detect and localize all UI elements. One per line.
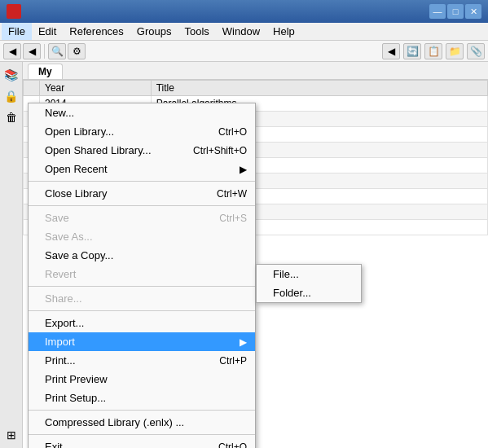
menu-item-shortcut: Ctrl+Shift+O <box>193 145 247 156</box>
submenu-item-label: Folder... <box>273 287 311 299</box>
menu-item-shortcut: Ctrl+W <box>217 188 247 200</box>
menu-groups[interactable]: Groups <box>130 23 178 40</box>
menu-item-shortcut: Ctrl+P <box>219 355 247 367</box>
import-submenu[interactable]: File...Folder... <box>256 264 362 303</box>
menu-tools[interactable]: Tools <box>178 23 215 40</box>
minimize-button[interactable]: — <box>429 4 446 19</box>
toolbar-nav4[interactable]: 📁 <box>446 43 464 59</box>
col-title[interactable]: Title <box>151 81 487 96</box>
toolbar-nav3[interactable]: 📋 <box>424 43 442 59</box>
menu-item-label: Exit <box>45 441 63 448</box>
close-button[interactable]: ✕ <box>465 4 481 19</box>
toolbar-separator <box>44 44 45 59</box>
menu-item-label: Save <box>45 212 69 224</box>
menu-file[interactable]: File <box>2 23 32 40</box>
menu-separator <box>29 181 255 182</box>
file-menu-item-import[interactable]: Import▶ <box>29 332 255 351</box>
menu-separator <box>29 286 255 287</box>
menu-item-label: Open Library... <box>45 125 114 138</box>
sidebar-icon-1[interactable]: 📚 <box>2 65 21 85</box>
file-menu[interactable]: New...Open Library...Ctrl+OOpen Shared L… <box>28 103 256 448</box>
menu-item-label: Export... <box>45 317 84 329</box>
menu-item-label: Revert <box>45 268 76 280</box>
toolbar: ◀ ◀ 🔍 ⚙ ◀ 🔄 📋 📁 📎 <box>0 41 488 62</box>
file-menu-item-new---[interactable]: New... <box>29 103 255 122</box>
file-menu-item-export---[interactable]: Export... <box>29 314 255 332</box>
menu-help[interactable]: Help <box>266 23 301 40</box>
import-submenu-item-folder[interactable]: Folder... <box>257 283 361 302</box>
sidebar-icon-3[interactable]: 🗑 <box>2 108 21 127</box>
app-logo <box>7 4 21 19</box>
file-menu-item-print-setup---[interactable]: Print Setup... <box>29 389 255 407</box>
file-menu-item-exit[interactable]: ExitCtrl+Q <box>29 437 255 448</box>
menu-item-label: Open Shared Library... <box>45 144 152 156</box>
title-bar-controls: — □ ✕ <box>429 4 481 19</box>
file-menu-item-close-library[interactable]: Close LibraryCtrl+W <box>29 184 255 203</box>
menu-item-label: Print Preview <box>45 373 108 385</box>
menu-window[interactable]: Window <box>216 23 266 40</box>
menu-item-label: New... <box>45 107 74 119</box>
menu-item-label: Save a Copy... <box>45 249 113 261</box>
menu-separator <box>29 434 255 435</box>
menu-references[interactable]: References <box>63 23 130 40</box>
toolbar-settings-btn[interactable]: ⚙ <box>68 43 86 59</box>
menu-item-label: Close Library <box>45 187 108 200</box>
maximize-button[interactable]: □ <box>447 4 464 19</box>
toolbar-back-btn[interactable]: ◀ <box>3 43 21 59</box>
title-bar: — □ ✕ <box>0 0 488 23</box>
menu-item-shortcut: Ctrl+O <box>218 126 247 138</box>
menu-item-shortcut: Ctrl+S <box>219 213 247 224</box>
file-menu-item-open-shared-library---[interactable]: Open Shared Library...Ctrl+Shift+O <box>29 141 255 160</box>
menu-item-label: Compressed Library (.enlx) ... <box>45 416 184 428</box>
toolbar-nav1[interactable]: ◀ <box>382 43 400 59</box>
submenu-arrow-icon: ▶ <box>240 336 247 348</box>
file-menu-item-print---[interactable]: Print...Ctrl+P <box>29 351 255 370</box>
file-menu-item-print-preview[interactable]: Print Preview <box>29 370 255 389</box>
file-menu-item-open-recent[interactable]: Open Recent▶ <box>29 160 255 178</box>
toolbar-nav5[interactable]: 📎 <box>467 43 485 59</box>
file-menu-item-save-as---: Save As... <box>29 227 255 246</box>
toolbar-nav2[interactable]: 🔄 <box>403 43 421 59</box>
toolbar-nav-btn[interactable]: ◀ <box>23 43 41 59</box>
file-menu-item-open-library---[interactable]: Open Library...Ctrl+O <box>29 122 255 141</box>
menu-item-label: Open Recent <box>45 163 108 175</box>
file-menu-item-share---: Share... <box>29 289 255 308</box>
menu-separator <box>29 310 255 311</box>
import-submenu-item-file[interactable]: File... <box>257 265 361 283</box>
menu-edit[interactable]: Edit <box>32 23 63 40</box>
tab-bar: My <box>23 62 488 80</box>
file-menu-item-revert: Revert <box>29 265 255 283</box>
menu-item-label: Print Setup... <box>45 392 106 404</box>
toolbar-search-btn[interactable]: 🔍 <box>48 43 66 59</box>
menu-item-label: Import <box>45 336 75 348</box>
submenu-item-label: File... <box>273 268 299 280</box>
sidebar: 📚 🔒 🗑 ⊞ <box>0 62 23 448</box>
col-year[interactable]: Year <box>40 81 152 96</box>
tab-library[interactable]: My <box>28 64 63 79</box>
submenu-arrow-icon: ▶ <box>240 164 247 175</box>
col-num <box>24 81 40 96</box>
menu-bar: File Edit References Groups Tools Window… <box>0 23 488 41</box>
menu-separator <box>29 205 255 206</box>
file-menu-item-compressed-library---enlx-----[interactable]: Compressed Library (.enlx) ... <box>29 413 255 432</box>
file-menu-item-save: SaveCtrl+S <box>29 209 255 227</box>
file-menu-item-save-a-copy---[interactable]: Save a Copy... <box>29 246 255 265</box>
sidebar-icon-expand[interactable]: ⊞ <box>2 425 21 445</box>
sidebar-icon-2[interactable]: 🔒 <box>2 86 21 106</box>
menu-item-label: Save As... <box>45 231 93 243</box>
menu-item-label: Print... <box>45 354 76 367</box>
menu-item-shortcut: Ctrl+Q <box>218 441 247 449</box>
menu-separator <box>29 410 255 411</box>
menu-item-label: Share... <box>45 292 82 305</box>
